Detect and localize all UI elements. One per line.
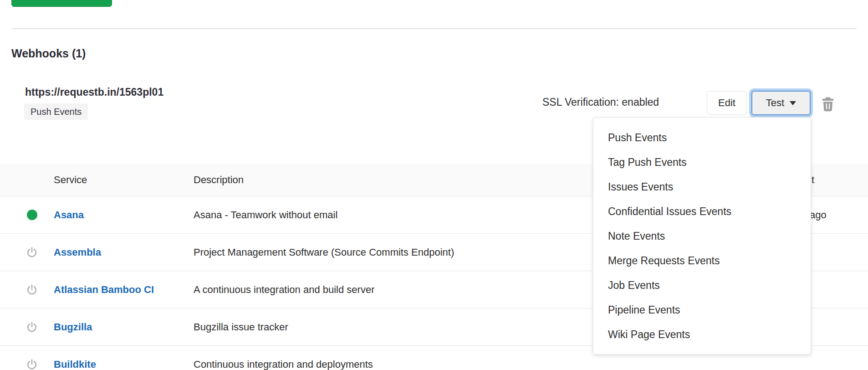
dropdown-item-job-events[interactable]: Job Events [593,273,811,298]
status-cell [23,283,41,296]
power-inactive-icon [26,246,38,259]
last-edit-value-fragment: ago [810,209,827,221]
service-description: Asana - Teamwork without email [194,209,585,221]
dropdown-item-note-events[interactable]: Note Events [593,224,811,248]
dropdown-item-confidential-issues-events[interactable]: Confidential Issues Events [593,199,811,224]
status-cell [23,246,41,259]
service-link-buildkite[interactable]: Buildkite [54,359,96,370]
status-cell [23,358,41,370]
service-description: Project Management Software (Source Comm… [194,247,585,258]
last-edit-column-header-fragment: t [812,174,814,186]
description-column-header: Description [194,174,244,186]
dropdown-item-tag-push-events[interactable]: Tag Push Events [593,150,811,175]
test-events-dropdown-menu: Push Events Tag Push Events Issues Event… [593,117,811,355]
edit-button-label: Edit [718,97,735,109]
test-webhook-dropdown-button[interactable]: Test [751,91,811,115]
service-link-asana[interactable]: Asana [54,209,84,221]
webhooks-settings-page: Webhooks (1) https://requestb.in/1563pl0… [0,0,868,370]
service-link-bugzilla[interactable]: Bugzilla [54,321,92,333]
power-inactive-icon [26,283,38,296]
dropdown-item-wiki-page-events[interactable]: Wiki Page Events [593,322,811,347]
delete-webhook-button[interactable] [821,96,835,112]
ssl-verification-status: SSL Verification: enabled [542,96,659,108]
dropdown-item-issues-events[interactable]: Issues Events [593,175,811,199]
add-webhook-button[interactable] [11,0,112,7]
test-button-label: Test [766,97,784,109]
dropdown-item-pipeline-events[interactable]: Pipeline Events [593,298,811,322]
status-cell [23,321,41,334]
dropdown-item-merge-requests-events[interactable]: Merge Requests Events [593,248,811,273]
webhook-events-badge-label: Push Events [31,107,82,117]
service-description: Bugzilla issue tracker [194,321,585,333]
service-description: A continuous integration and build serve… [194,284,585,296]
power-inactive-icon [26,358,38,370]
service-link-atlassian-bamboo-ci[interactable]: Atlassian Bamboo CI [54,284,154,295]
chevron-down-icon [790,101,796,105]
service-column-header: Service [54,174,87,186]
dropdown-item-push-events[interactable]: Push Events [593,125,811,150]
service-description: Continuous integration and deployments [194,359,585,370]
status-cell [23,210,41,220]
webhook-url: https://requestb.in/1563pl01 [25,86,163,98]
service-link-assembla[interactable]: Assembla [54,247,101,258]
trash-icon [821,96,835,112]
active-status-icon [27,210,37,220]
webhooks-section-title: Webhooks (1) [11,47,86,60]
power-inactive-icon [26,321,38,334]
webhook-events-badge: Push Events [24,103,88,120]
section-divider [11,28,857,29]
edit-webhook-button[interactable]: Edit [707,91,747,115]
